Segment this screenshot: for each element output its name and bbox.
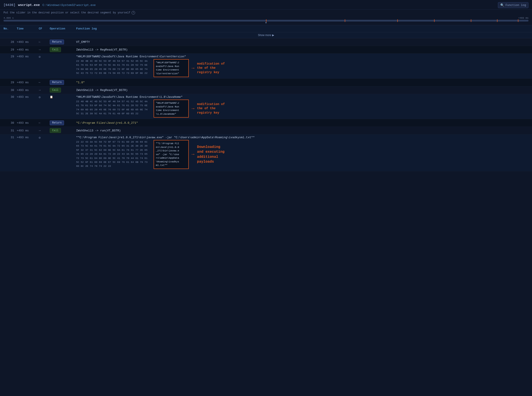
row-operation: Return xyxy=(50,80,76,85)
timeline-arrow: ▼ xyxy=(4,22,528,25)
annotation-text-payload: Downloadingand executingadditionalpayloa… xyxy=(197,145,225,164)
timeline-marker-5 xyxy=(471,19,471,22)
show-more-label: Show more xyxy=(258,34,271,37)
arrow-right-icon: → xyxy=(191,65,194,71)
row-time: +493 ms xyxy=(17,95,39,99)
arrow-right-icon: → xyxy=(191,152,194,157)
table-row: 31 +493 ms → Call IWshShell3 -> run(VT_B… xyxy=(0,127,532,134)
row-cf: → xyxy=(39,88,50,92)
hex-data: 22 22 43 3A 5C 50 72 6F 67 72 61 6D 20 4… xyxy=(76,140,147,168)
annotation-text: modification ofthe of theregistry key xyxy=(197,102,225,115)
row-cf: → xyxy=(39,48,50,52)
registry-box: "HKLM\SOFTWARE\JavaSoft\Java Runtime Env… xyxy=(154,59,189,77)
col-headers: No. Time CF Operation Function log xyxy=(0,25,532,32)
header-bar: [6436] wscript.exe C:\Windows\System32\w… xyxy=(0,0,532,10)
row-cf: ← xyxy=(39,121,50,125)
header-title: [6436] wscript.exe C:\Windows\System32\w… xyxy=(4,3,96,7)
call-button[interactable]: Call xyxy=(50,88,61,93)
row-cf-gear: ⚙ xyxy=(39,55,50,59)
process-pid: [6436] xyxy=(4,3,15,7)
row-func-log: VT_EMPTY xyxy=(76,41,528,44)
row-no: 30 xyxy=(4,121,17,125)
table-row: 31 +493 ms ⚙ ""C:\Program Files\Java\jre… xyxy=(0,134,532,171)
copy-icon: 📋 xyxy=(50,96,53,99)
row-func-log-detail: "HKLM\SOFTWARE\JavaSoft\Java Runtime Env… xyxy=(76,55,528,77)
row-cf: → xyxy=(39,129,50,132)
row-func-log: "C:\Program Files\Java\jre1.8.0_271" xyxy=(76,121,528,125)
search-box[interactable]: 🔍 Function log xyxy=(498,2,528,8)
help-icon[interactable]: ? xyxy=(132,11,135,15)
row-no: 30 xyxy=(4,88,17,92)
row-operation: 📋 xyxy=(50,95,76,99)
row-no: 31 xyxy=(4,129,17,132)
row-cf-gear: ⚙ xyxy=(39,136,50,140)
row-no: 29 xyxy=(4,81,17,84)
row-time: +493 ms xyxy=(17,81,39,84)
hex-data: 22 48 4B 4C 4D 5C 53 4F 46 54 57 41 52 4… xyxy=(76,59,147,75)
return-button[interactable]: Return xyxy=(50,40,64,44)
row-time: +493 ms xyxy=(17,121,39,125)
search-label: Function log xyxy=(505,4,526,7)
sub-header-text: Put the slider in the desired position o… xyxy=(4,11,130,14)
timeline-marker-2 xyxy=(345,19,345,22)
chevron-right-icon: ▶ xyxy=(272,34,274,37)
timeline-labels: 4.806 s +493 ms xyxy=(4,17,528,19)
func-string: "HKLM\SOFTWARE\JavaSoft\Java Runtime Env… xyxy=(76,95,528,99)
table-row: 30 +493 ms ⚙ 📋 "HKLM\SOFTWARE\JavaSoft\J… xyxy=(0,94,532,119)
row-operation: Call xyxy=(50,47,76,52)
return-button[interactable]: Return xyxy=(50,80,64,85)
row-no: 30 xyxy=(4,95,17,99)
arrow-right-icon: → xyxy=(191,106,194,111)
timeline-marker-6 xyxy=(497,19,497,22)
process-exe: wscript.exe xyxy=(18,3,40,7)
row-no: 28 xyxy=(4,41,17,44)
col-cf: CF xyxy=(39,27,50,30)
sub-header: Put the slider in the desired position o… xyxy=(0,10,532,16)
annotation-text: modification ofthe of theregistry key xyxy=(197,62,225,75)
row-func-log-detail: ""C:\Program Files\Java\jre1.8.0_271\bin… xyxy=(76,136,528,169)
show-more-row: Show more ▶ xyxy=(0,32,532,38)
row-time: +493 ms xyxy=(17,48,39,52)
table-row: 28 +493 ms ← Return VT_EMPTY xyxy=(0,38,532,46)
table-row: 30 +493 ms ← Return "C:\Program Files\Ja… xyxy=(0,119,532,127)
timeline-left: 4.806 s xyxy=(4,17,14,19)
timeline-marker-4 xyxy=(434,19,435,22)
table-row: 29 +493 ms → Call IWshShell3 -> RegRead(… xyxy=(0,46,532,54)
call-button[interactable]: Call xyxy=(50,128,61,133)
registry-box-payload: ""C:\Program Files\Java\jre1.8.0_271\bin… xyxy=(154,140,189,169)
row-func-log: "1.8" xyxy=(76,81,528,84)
row-no: 29 xyxy=(4,48,17,52)
row-time: +493 ms xyxy=(17,55,39,58)
timeline-area: 4.806 s +493 ms ▼ xyxy=(0,16,532,25)
col-no: No. xyxy=(4,27,17,30)
row-no: 29 xyxy=(4,55,17,58)
timeline-track[interactable] xyxy=(4,20,528,22)
row-cf: ← xyxy=(39,40,50,44)
row-func-log: IWshShell3 -> RegRead(VT_BSTR) xyxy=(76,88,528,92)
process-path: C:\Windows\System32\wscript.exe xyxy=(42,4,96,7)
show-more-button[interactable]: Show more ▶ xyxy=(258,34,274,37)
registry-box: "HKLM\SOFTWARE\JavaSoft\Java Runtime Env… xyxy=(154,99,189,117)
row-operation: Return xyxy=(50,120,76,125)
call-button[interactable]: Call xyxy=(50,47,61,52)
row-cf: ← xyxy=(39,81,50,84)
col-time: Time xyxy=(17,27,39,30)
func-string: "HKLM\SOFTWARE\JavaSoft\Java Runtime Env… xyxy=(76,55,528,58)
row-time: +493 ms xyxy=(17,129,39,132)
row-func-log: IWshShell3 -> RegRead(VT_BSTR) xyxy=(76,48,528,52)
row-time: +493 ms xyxy=(17,136,39,139)
row-operation: Call xyxy=(50,88,76,93)
timeline-marker xyxy=(266,19,266,22)
row-func-log-detail: "HKLM\SOFTWARE\JavaSoft\Java Runtime Env… xyxy=(76,95,528,117)
table-row: 29 +493 ms ← Return "1.8" xyxy=(0,79,532,86)
timeline-marker-7 xyxy=(518,19,518,22)
timeline-marker-3 xyxy=(397,19,398,22)
row-no: 31 xyxy=(4,136,17,139)
col-operation: Operation xyxy=(50,27,76,30)
search-icon: 🔍 xyxy=(500,3,504,7)
return-button[interactable]: Return xyxy=(50,120,64,125)
func-string: ""C:\Program Files\Java\jre1.8.0_271\bin… xyxy=(76,136,528,139)
timeline-right: +493 ms xyxy=(518,17,528,19)
hex-data: 22 48 4B 4C 4D 5C 53 4F 46 54 57 41 52 4… xyxy=(76,99,147,116)
row-operation: Return xyxy=(50,40,76,44)
